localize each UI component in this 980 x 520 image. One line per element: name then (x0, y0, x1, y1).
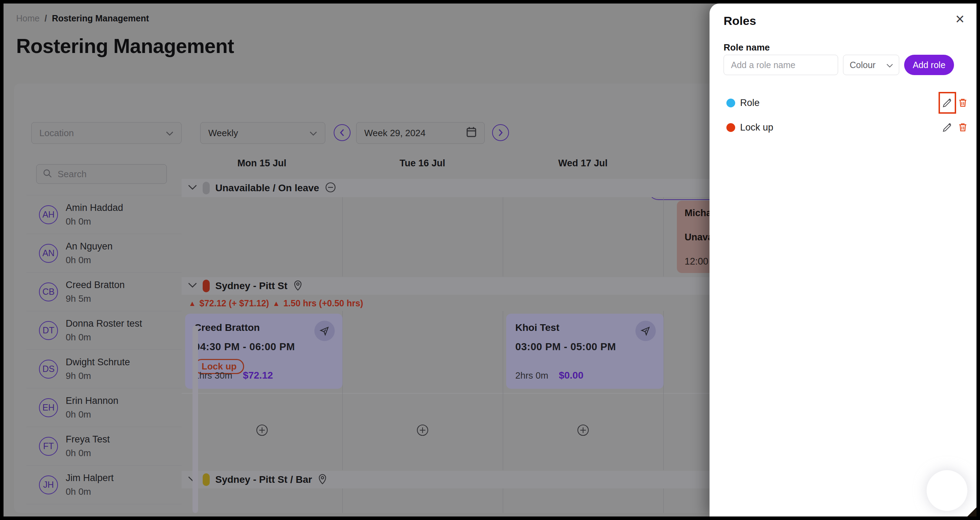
shift-employee: Khoi Test (515, 322, 654, 333)
column-header-wed: Wed 17 Jul (503, 158, 663, 169)
staff-row[interactable]: DS Dwight Schrute 9h 0m (26, 349, 181, 388)
staff-hours: 0h 0m (66, 255, 113, 266)
avatar: DS (39, 360, 58, 379)
scrollbar-thumb[interactable] (192, 326, 198, 513)
roles-panel: Roles × Role name Colour Add role Role L… (710, 3, 977, 517)
shift-cost: $0.00 (559, 370, 584, 381)
role-name: Lock up (740, 122, 773, 133)
delete-role-button[interactable] (957, 121, 969, 133)
app-window: Home / Rostering Management Rostering Ma… (3, 3, 977, 517)
section-name: Sydney - Pitt St / Bar (215, 474, 312, 485)
close-icon[interactable]: × (955, 11, 964, 27)
add-shift-button[interactable] (503, 424, 663, 436)
avatar: JH (39, 476, 58, 495)
staff-name: Creed Bratton (66, 280, 125, 290)
warning-icon: ▲ (272, 299, 280, 308)
location-select-value: Location (39, 128, 74, 139)
staff-hours: 0h 0m (66, 332, 142, 343)
avatar: FT (39, 437, 58, 456)
roles-panel-title: Roles (724, 14, 756, 28)
staff-name: Freya Test (66, 434, 110, 445)
staff-row[interactable]: FT Freya Test 0h 0m (26, 426, 181, 465)
section-color-marker (203, 182, 210, 194)
annotation-highlight-box (939, 92, 956, 114)
role-color-dot (726, 123, 735, 132)
breadcrumb: Home / Rostering Management (16, 13, 149, 24)
staff-name: Erin Hannon (66, 395, 118, 406)
location-pin-icon (293, 280, 303, 292)
avatar: DT (39, 321, 58, 340)
breadcrumb-separator: / (45, 13, 47, 24)
edit-role-button[interactable] (941, 121, 953, 133)
minus-circle-icon[interactable] (325, 182, 336, 194)
staff-row[interactable]: EH Erin Hannon 0h 0m (26, 388, 181, 426)
role-name-input[interactable] (724, 55, 838, 75)
shift-duration: 1hrs 30m (194, 370, 232, 381)
staff-hours: 0h 0m (66, 448, 110, 458)
role-row-role: Role (710, 92, 977, 114)
role-name-label: Role name (724, 42, 770, 53)
role-row-lock-up: Lock up (710, 116, 977, 138)
chevron-down-icon (886, 60, 893, 70)
avatar: AH (39, 205, 58, 224)
chevron-down-icon[interactable] (188, 185, 197, 192)
staff-row[interactable]: DT Donna Roster test 0h 0m (26, 311, 181, 349)
staff-row[interactable]: JH Jim Halpert 0h 0m (26, 465, 181, 504)
page-title: Rostering Management (16, 34, 234, 57)
help-widget-button[interactable] (927, 470, 967, 511)
shift-card-khoi[interactable]: Khoi Test 03:00 PM - 05:00 PM 2hrs 0m $0… (506, 314, 663, 389)
add-shift-button[interactable] (342, 424, 503, 436)
colour-select-value: Colour (850, 60, 876, 70)
staff-name: An Nguyen (66, 241, 113, 252)
chevron-down-icon[interactable] (188, 282, 197, 290)
staff-row[interactable]: AN An Nguyen 0h 0m (26, 234, 181, 272)
search-input[interactable] (57, 169, 160, 180)
shift-card-creed[interactable]: Creed Bratton 04:30 PM - 06:00 PM Lock u… (185, 314, 342, 389)
delete-role-button[interactable] (957, 97, 969, 109)
add-role-button[interactable]: Add role (904, 55, 954, 75)
section-warnings: ▲ $72.12 (+ $71.12) ▲ 1.50 hrs (+0.50 hr… (189, 298, 363, 308)
role-name: Role (740, 98, 760, 108)
shift-employee: Creed Bratton (194, 322, 333, 333)
shift-cost: $72.12 (243, 370, 273, 381)
section-name: Sydney - Pitt St (215, 281, 287, 292)
chevron-down-icon (166, 128, 173, 139)
search-icon (43, 169, 52, 179)
breadcrumb-home[interactable]: Home (16, 13, 40, 24)
location-pin-icon (318, 473, 328, 486)
add-shift-button[interactable] (181, 424, 342, 436)
avatar: AN (39, 244, 58, 263)
staff-name: Dwight Schrute (66, 357, 130, 368)
staff-row[interactable]: AH Amin Haddad 0h 0m (26, 195, 181, 234)
shift-time: 04:30 PM - 06:00 PM (194, 341, 333, 353)
staff-hours: 9h 5m (66, 293, 125, 304)
column-header-tue: Tue 16 Jul (342, 158, 503, 169)
staff-row[interactable]: KT Khoi Test (26, 504, 181, 513)
staff-hours: 0h 0m (66, 409, 118, 420)
shift-time: 03:00 PM - 05:00 PM (515, 341, 654, 353)
publish-shift-button[interactable] (635, 321, 656, 341)
colour-select[interactable]: Colour (843, 55, 899, 75)
staff-name: Amin Haddad (66, 203, 123, 213)
role-color-dot (726, 98, 735, 107)
breadcrumb-current: Rostering Management (52, 13, 149, 24)
staff-hours: 9h 0m (66, 371, 130, 381)
section-color-marker (203, 473, 210, 486)
staff-name: Donna Roster test (66, 318, 142, 329)
staff-sidebar: AH Amin Haddad 0h 0m AN An Nguyen 0h 0m … (26, 154, 181, 513)
avatar: CB (39, 282, 58, 301)
resize-handle[interactable] (967, 507, 977, 517)
publish-shift-button[interactable] (314, 321, 335, 341)
location-select[interactable]: Location (31, 122, 181, 144)
section-name: Unavailable / On leave (215, 182, 319, 194)
warning-icon: ▲ (189, 299, 196, 308)
staff-hours: 0h 0m (66, 486, 114, 497)
staff-row[interactable]: CB Creed Bratton 9h 5m (26, 272, 181, 311)
section-color-marker (203, 280, 210, 292)
staff-search[interactable] (36, 164, 167, 184)
column-header-mon: Mon 15 Jul (181, 158, 342, 169)
staff-name: Jim Halpert (66, 472, 114, 484)
shift-duration: 2hrs 0m (515, 370, 548, 381)
warning-hours: 1.50 hrs (+0.50 hrs) (283, 298, 363, 308)
staff-hours: 0h 0m (66, 216, 123, 227)
